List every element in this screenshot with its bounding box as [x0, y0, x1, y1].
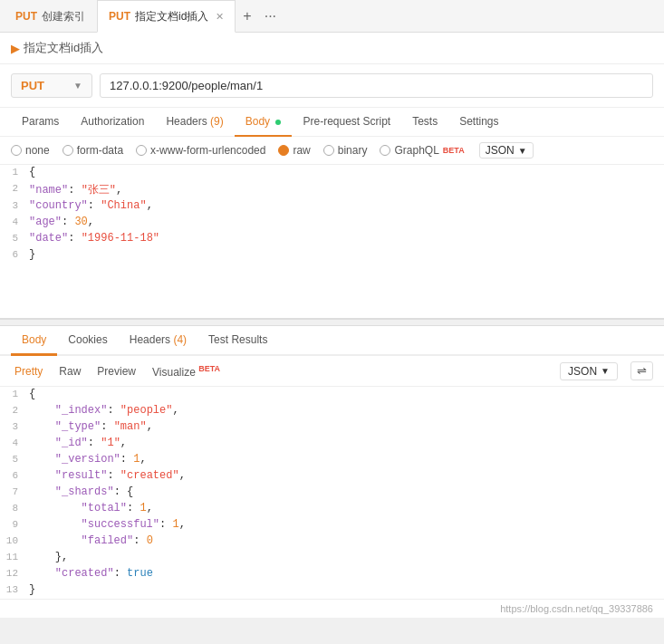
tab-actions: + ··· [239, 6, 280, 26]
resp-line-11: 11 }, [0, 550, 664, 566]
resp-line-5: 5 "_version": 1, [0, 452, 664, 468]
body-type-binary[interactable]: binary [323, 144, 368, 157]
section-divider [0, 319, 664, 326]
body-dot-indicator [275, 120, 281, 125]
resp-line-10: 10 "failed": 0 [0, 533, 664, 550]
resp-json-dropdown[interactable]: JSON ▼ [560, 362, 618, 380]
radio-binary-icon [323, 145, 334, 156]
url-input[interactable] [100, 73, 653, 98]
tab2-label: 指定文档id插入 [135, 9, 208, 24]
body-type-urlencoded[interactable]: x-www-form-urlencoded [136, 144, 265, 157]
tab-2[interactable]: PUT 指定文档id插入 ✕ [97, 0, 236, 33]
request-tabs: Params Authorization Headers (9) Body Pr… [0, 108, 664, 137]
resp-tab-headers[interactable]: Headers (4) [119, 326, 197, 356]
footer: https://blog.csdn.net/qq_39337886 [0, 599, 664, 618]
page-title: 指定文档id插入 [24, 40, 103, 56]
radio-urlencoded-icon [136, 145, 147, 156]
radio-raw-icon [278, 145, 289, 156]
url-bar: PUT ▼ [0, 64, 664, 108]
resp-line-8: 8 "total": 1, [0, 501, 664, 517]
req-line-5: 5 "date": "1996-11-18" [0, 231, 664, 247]
req-tab-settings[interactable]: Settings [448, 108, 509, 137]
req-tab-params[interactable]: Params [11, 108, 70, 137]
resp-line-9: 9 "successful": 1, [0, 517, 664, 533]
resp-json-chevron-icon: ▼ [601, 366, 610, 376]
resp-line-7: 7 "_shards": { [0, 485, 664, 501]
resp-format-preview[interactable]: Preview [93, 363, 140, 380]
tab2-close-icon[interactable]: ✕ [216, 11, 224, 23]
req-line-6: 6 } [0, 247, 664, 264]
req-tab-headers[interactable]: Headers (9) [155, 108, 234, 137]
req-line-2: 2 "name": "张三", [0, 181, 664, 198]
req-tab-body[interactable]: Body [235, 108, 293, 137]
json-format-dropdown[interactable]: JSON ▼ [479, 142, 534, 159]
tab2-method: PUT [109, 10, 130, 23]
body-type-raw[interactable]: raw [278, 144, 310, 157]
arrow-icon: ▶ [11, 42, 20, 55]
radio-none-icon [11, 145, 22, 156]
method-select[interactable]: PUT ▼ [11, 73, 92, 98]
resp-line-13: 13 } [0, 582, 664, 599]
req-tab-prerequest[interactable]: Pre-request Script [292, 108, 401, 137]
body-type-form-data[interactable]: form-data [63, 144, 123, 157]
editor-extra-space [0, 264, 664, 318]
page-title-bar: ▶ 指定文档id插入 [0, 33, 664, 64]
visualize-beta-badge: BETA [198, 364, 220, 373]
response-code-editor: 1 { 2 "_index": "people", 3 "_type": "ma… [0, 387, 664, 599]
resp-tab-cookies[interactable]: Cookies [57, 326, 118, 356]
wrap-button[interactable]: ⇌ [630, 361, 653, 380]
response-toolbar: Pretty Raw Preview Visualize BETA JSON ▼… [0, 356, 664, 387]
tab-1[interactable]: PUT 创建索引 [4, 0, 97, 33]
resp-line-4: 4 "_id": "1", [0, 436, 664, 452]
tab1-method: PUT [15, 10, 37, 23]
resp-line-6: 6 "result": "created", [0, 468, 664, 485]
req-line-4: 4 "age": 30, [0, 215, 664, 231]
resp-format-raw[interactable]: Raw [55, 363, 84, 380]
resp-format-visualize[interactable]: Visualize BETA [149, 362, 224, 380]
graphql-beta-badge: BETA [443, 146, 465, 155]
resp-line-2: 2 "_index": "people", [0, 403, 664, 419]
radio-form-data-icon [63, 145, 73, 156]
body-type-none[interactable]: none [11, 144, 50, 157]
resp-format-pretty[interactable]: Pretty [11, 363, 46, 380]
add-tab-button[interactable]: + [239, 6, 255, 26]
resp-tab-test-results[interactable]: Test Results [197, 326, 278, 356]
req-line-1: 1 { [0, 165, 664, 181]
resp-tab-body[interactable]: Body [11, 326, 57, 356]
more-tabs-button[interactable]: ··· [261, 6, 280, 26]
req-line-3: 3 "country": "China", [0, 198, 664, 215]
resp-line-1: 1 { [0, 387, 664, 403]
method-chevron-icon: ▼ [73, 81, 82, 91]
tab-bar: PUT 创建索引 PUT 指定文档id插入 ✕ + ··· [0, 0, 664, 33]
req-tab-authorization[interactable]: Authorization [70, 108, 155, 137]
resp-line-12: 12 "created": true [0, 566, 664, 582]
req-tab-tests[interactable]: Tests [401, 108, 448, 137]
method-label: PUT [21, 79, 44, 92]
resp-line-3: 3 "_type": "man", [0, 419, 664, 436]
json-dropdown-chevron-icon: ▼ [518, 146, 527, 156]
request-code-editor[interactable]: 1 { 2 "name": "张三", 3 "country": "China"… [0, 165, 664, 319]
response-tabs: Body Cookies Headers (4) Test Results [0, 326, 664, 356]
footer-text: https://blog.csdn.net/qq_39337886 [500, 603, 653, 614]
radio-graphql-icon [380, 145, 390, 156]
body-type-bar: none form-data x-www-form-urlencoded raw… [0, 137, 664, 165]
body-type-graphql[interactable]: GraphQL BETA [380, 144, 464, 157]
tab1-label: 创建索引 [42, 9, 85, 24]
